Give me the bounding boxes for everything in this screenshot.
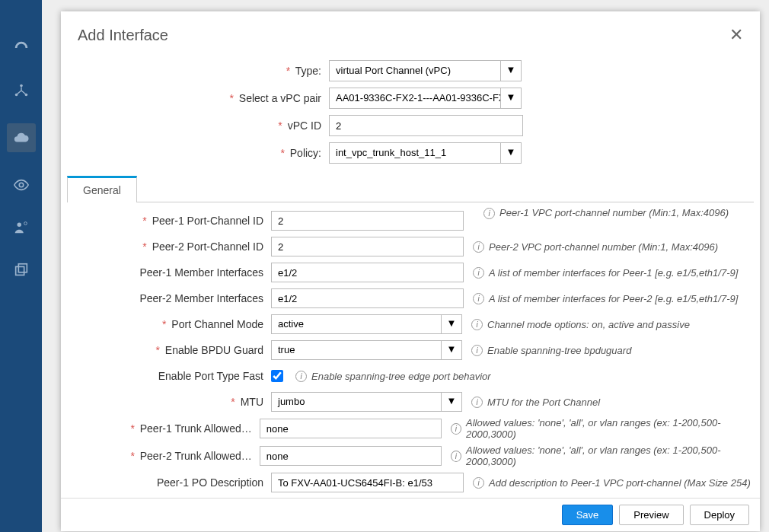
- p2Trunk-input[interactable]: [260, 446, 442, 466]
- row-p2Trunk: * Peer-2 Trunk Allowed…iAllowed values: …: [69, 444, 752, 467]
- policy-label: * Policy:: [78, 147, 329, 159]
- p2Members-hint: iA list of member interfaces for Peer-2 …: [473, 293, 738, 304]
- p1Desc-label: Peer-1 PO Description: [69, 476, 271, 489]
- pair-label: * Select a vPC pair: [78, 92, 329, 104]
- bpduGuard-caret[interactable]: ▼: [441, 340, 462, 360]
- info-icon: i: [473, 267, 484, 279]
- eye-icon[interactable]: [11, 175, 31, 195]
- p2Trunk-label: * Peer-2 Trunk Allowed…: [69, 450, 260, 462]
- p2Members-input[interactable]: [271, 288, 464, 308]
- sidebar: [0, 0, 42, 532]
- channelMode-hint: iChannel mode options: on, active and pa…: [471, 319, 690, 330]
- vpcid-input[interactable]: [329, 115, 523, 136]
- policy-select[interactable]: int_vpc_trunk_host_11_1: [329, 142, 501, 164]
- p1ChannelId-label: * Peer-1 Port-Channel ID: [69, 215, 271, 227]
- p1Trunk-hint: iAllowed values: 'none', 'all', or vlan …: [451, 417, 752, 440]
- modal-header: Add Interface ✕: [61, 11, 760, 53]
- row-p1Desc: Peer-1 PO DescriptioniAdd description to…: [69, 472, 752, 493]
- inventory-icon[interactable]: [11, 260, 31, 280]
- user-settings-icon[interactable]: [11, 218, 31, 237]
- mtu-select[interactable]: jumbo: [271, 392, 442, 412]
- type-select[interactable]: virtual Port Channel (vPC): [329, 60, 501, 81]
- row-p1Members: Peer-1 Member InterfacesiA list of membe…: [69, 262, 752, 283]
- row-p2ChannelId: * Peer-2 Port-Channel IDiPeer-2 VPC port…: [69, 236, 752, 257]
- channelMode-caret[interactable]: ▼: [441, 314, 462, 334]
- pair-caret[interactable]: ▼: [500, 88, 522, 109]
- info-icon: i: [473, 241, 484, 253]
- svg-rect-7: [18, 264, 27, 272]
- row-channelMode: * Port Channel Modeactive▼iChannel mode …: [69, 314, 752, 335]
- svg-point-4: [17, 223, 21, 228]
- p1Members-hint: iA list of member interfaces for Peer-1 …: [473, 267, 738, 279]
- portTypeFast-label: Enable Port Type Fast: [69, 370, 271, 382]
- cloud-icon[interactable]: [7, 123, 36, 152]
- form-body: iPeer-1 VPC port-channel number (Min:1, …: [61, 202, 760, 498]
- bpduGuard-hint: iEnable spanning-tree bpduguard: [471, 345, 631, 356]
- info-icon: i: [473, 477, 484, 489]
- type-label: * Type:: [78, 65, 329, 77]
- mtu-hint: iMTU for the Port Channel: [471, 397, 600, 408]
- mtu-label: * MTU: [69, 396, 271, 408]
- p1Desc-hint: iAdd description to Peer-1 VPC port-chan…: [473, 477, 751, 489]
- info-icon: i: [473, 293, 484, 304]
- info-icon: i: [471, 319, 483, 330]
- p2ChannelId-label: * Peer-2 Port-Channel ID: [69, 241, 271, 253]
- bpduGuard-select[interactable]: true: [271, 340, 442, 360]
- add-interface-modal: Add Interface ✕ * Type: virtual Port Cha…: [61, 11, 760, 531]
- vpcid-label: * vPC ID: [78, 119, 329, 132]
- preview-button[interactable]: Preview: [619, 505, 683, 525]
- p1Desc-input[interactable]: [271, 473, 464, 492]
- row-p1Trunk: * Peer-1 Trunk Allowed…iAllowed values: …: [69, 417, 752, 440]
- p2Members-label: Peer-2 Member Interfaces: [69, 292, 271, 304]
- portTypeFast-checkbox[interactable]: [271, 370, 283, 382]
- svg-point-0: [20, 84, 23, 88]
- pair-select[interactable]: AA01-9336C-FX2-1---AA01-9336C-FX: [329, 88, 501, 109]
- mtu-caret[interactable]: ▼: [441, 392, 462, 412]
- save-button[interactable]: Save: [562, 505, 614, 525]
- channelMode-select[interactable]: active: [271, 314, 442, 334]
- modal-footer: Save Preview Deploy: [61, 498, 760, 531]
- portTypeFast-hint: iEnable spanning-tree edge port behavior: [295, 371, 491, 382]
- bpduGuard-label: * Enable BPDU Guard: [69, 344, 271, 356]
- info-icon: i: [451, 451, 461, 462]
- type-caret[interactable]: ▼: [500, 60, 522, 81]
- svg-point-5: [24, 222, 27, 225]
- info-icon: i: [451, 423, 461, 435]
- p2ChannelId-input[interactable]: [271, 237, 464, 256]
- p2Trunk-hint: iAllowed values: 'none', 'all', or vlan …: [451, 444, 752, 467]
- row-bpduGuard: * Enable BPDU Guardtrue▼iEnable spanning…: [69, 339, 752, 361]
- p1ChannelId-input[interactable]: [271, 211, 464, 231]
- hint-p1-channel-top: iPeer-1 VPC port-channel number (Min:1, …: [483, 207, 729, 219]
- p1Trunk-input[interactable]: [260, 419, 442, 438]
- dashboard-icon[interactable]: [11, 38, 31, 58]
- p2ChannelId-hint: iPeer-2 VPC port-channel number (Min:1, …: [473, 241, 718, 253]
- modal-title: Add Interface: [78, 27, 168, 44]
- p1Trunk-label: * Peer-1 Trunk Allowed…: [69, 422, 260, 435]
- tab-general[interactable]: General: [67, 176, 137, 202]
- info-icon: i: [471, 345, 483, 356]
- top-form: * Type: virtual Port Channel (vPC)▼ * Se…: [61, 53, 760, 176]
- deploy-button[interactable]: Deploy: [690, 505, 749, 525]
- topology-icon[interactable]: [11, 81, 31, 100]
- info-icon: i: [295, 371, 307, 382]
- svg-point-3: [19, 183, 24, 187]
- row-p2Members: Peer-2 Member InterfacesiA list of membe…: [69, 288, 752, 309]
- info-icon: i: [483, 208, 495, 219]
- p1Members-input[interactable]: [271, 263, 464, 282]
- close-button[interactable]: ✕: [729, 25, 743, 45]
- row-portTypeFast: Enable Port Type FastiEnable spanning-tr…: [69, 365, 752, 387]
- tabs: General: [67, 176, 754, 202]
- row-mtu: * MTUjumbo▼iMTU for the Port Channel: [69, 391, 752, 413]
- channelMode-label: * Port Channel Mode: [69, 318, 271, 330]
- info-icon: i: [471, 397, 483, 408]
- p1Members-label: Peer-1 Member Interfaces: [69, 266, 271, 279]
- policy-caret[interactable]: ▼: [500, 142, 522, 164]
- svg-rect-6: [15, 266, 24, 275]
